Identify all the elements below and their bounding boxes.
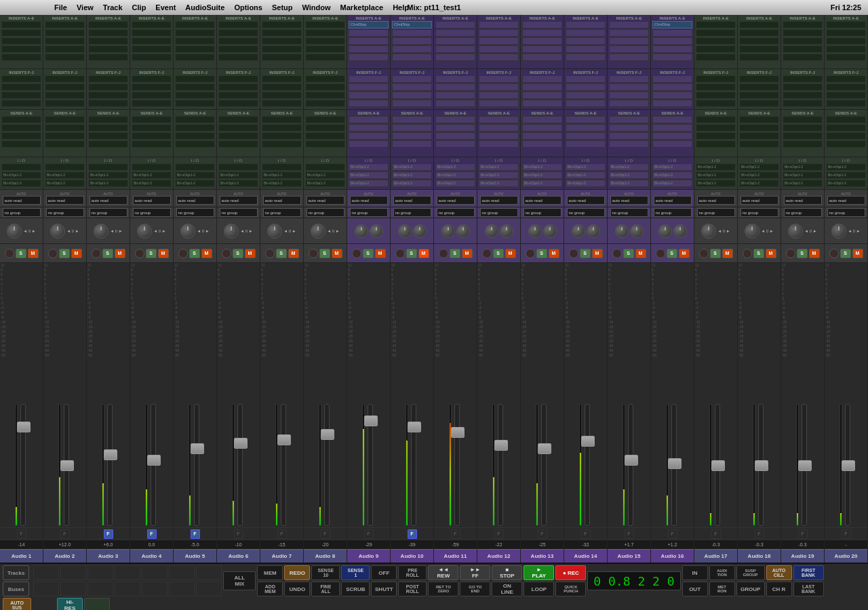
rec-arm-btn-15[interactable]	[612, 249, 622, 258]
insert-slot-ae-11-2[interactable]	[435, 37, 475, 45]
send-slot-ae-3-3[interactable]	[88, 140, 128, 148]
insert-slot-ae-9-0[interactable]: ChnlStrp	[349, 21, 389, 28]
io-slot-15-1[interactable]: Bit-nOtpt1-2	[609, 171, 649, 179]
rec-arm-btn-2[interactable]	[48, 249, 58, 258]
insert-slot-fj-10-2[interactable]	[392, 92, 432, 99]
send-slot-ae-20-0[interactable]	[826, 116, 866, 123]
auto-dropdown-13[interactable]: auto read	[524, 196, 561, 205]
ch-name-1[interactable]: Audio 1	[0, 549, 43, 563]
auto-dropdown-1[interactable]: auto read	[3, 196, 41, 205]
pan-knob-20[interactable]	[831, 224, 846, 239]
send-slot-ae-7-3[interactable]	[262, 140, 302, 148]
f-button-7[interactable]: F	[277, 529, 287, 539]
insert-slot-ae-7-2[interactable]	[262, 37, 302, 45]
send-slot-ae-12-1[interactable]	[479, 124, 519, 131]
insert-slot-ae-16-2[interactable]	[652, 37, 692, 45]
pan-knob-9-0[interactable]	[355, 224, 368, 238]
pan-knob-11-1[interactable]	[456, 224, 470, 238]
insert-slot-ae-5-0[interactable]	[175, 21, 215, 28]
insert-slot-ae-16-0[interactable]: ChnlStrp	[652, 21, 692, 28]
insert-slot-ae-2-2[interactable]	[45, 37, 85, 45]
pre-roll-btn[interactable]: PRE ROLL	[398, 565, 427, 580]
insert-slot-ae-8-0[interactable]	[305, 21, 345, 28]
f-button-12[interactable]: F	[494, 529, 504, 539]
auto-dropdown-4[interactable]: auto read	[133, 196, 171, 205]
insert-slot-fj-1-3[interactable]	[1, 100, 41, 107]
insert-slot-fj-8-0[interactable]	[305, 75, 345, 83]
insert-slot-ae-20-2[interactable]	[826, 37, 866, 45]
io-slot-14-1[interactable]: Bit-nOtpt1-2	[566, 171, 606, 179]
insert-slot-fj-3-3[interactable]	[88, 100, 128, 107]
insert-slot-ae-7-1[interactable]	[262, 29, 302, 37]
auto-dropdown-12[interactable]: auto read	[480, 196, 518, 205]
sense1-btn[interactable]: SENSE 1	[341, 565, 370, 580]
insert-slot-fj-8-1[interactable]	[305, 83, 345, 91]
io-slot-16-1[interactable]: Bit-nOtpt1-2	[652, 171, 692, 179]
send-slot-ae-10-1[interactable]	[392, 124, 432, 131]
io-slot-20-1[interactable]: Bit-nOtpt1-2	[826, 171, 866, 179]
rec-arm-btn-3[interactable]	[92, 249, 101, 258]
pan-knob-1[interactable]	[7, 224, 22, 239]
ch-name-4[interactable]: Audio 4	[130, 549, 173, 563]
insert-slot-ae-1-4[interactable]	[1, 54, 41, 61]
f-button-15[interactable]: F	[625, 529, 634, 539]
auto-cill-btn[interactable]: AUTO CILL	[766, 565, 792, 580]
rec-arm-btn-20[interactable]	[829, 249, 839, 258]
send-slot-ae-5-2[interactable]	[175, 132, 215, 140]
f-button-2[interactable]: F	[60, 529, 70, 539]
pan-knob-12-1[interactable]	[500, 224, 513, 238]
insert-slot-fj-5-0[interactable]	[175, 75, 215, 83]
insert-slot-fj-20-0[interactable]	[826, 75, 866, 83]
send-slot-ae-19-1[interactable]	[783, 124, 823, 131]
group-dropdown-10[interactable]: no group	[393, 208, 431, 217]
insert-slot-ae-2-1[interactable]	[45, 29, 85, 37]
insert-slot-fj-18-0[interactable]	[739, 75, 779, 83]
insert-slot-fj-17-0[interactable]	[696, 75, 736, 83]
io-slot-6-2[interactable]: Bit-nOtpt1-2	[218, 180, 258, 187]
solo-btn-2[interactable]: S	[59, 249, 70, 258]
rec-arm-btn-10[interactable]	[395, 249, 405, 258]
group-dropdown-20[interactable]: no group	[827, 208, 865, 217]
auto-dropdown-5[interactable]: auto read	[176, 196, 214, 205]
io-slot-12-1[interactable]: Bit-nOtpt1-2	[479, 171, 519, 179]
insert-slot-ae-19-3[interactable]	[783, 45, 823, 53]
in-btn[interactable]: IN	[682, 565, 708, 580]
loop-btn[interactable]: LOOP	[524, 582, 554, 596]
send-slot-ae-15-2[interactable]	[609, 132, 649, 140]
insert-slot-ae-18-0[interactable]	[739, 21, 779, 28]
insert-slot-ae-10-2[interactable]	[392, 37, 432, 45]
solo-btn-3[interactable]: S	[102, 249, 113, 258]
send-slot-ae-18-0[interactable]	[739, 116, 779, 123]
insert-slot-ae-18-4[interactable]	[739, 54, 779, 61]
insert-slot-fj-8-3[interactable]	[305, 100, 345, 107]
io-slot-4-0[interactable]	[132, 163, 172, 171]
insert-slot-ae-6-4[interactable]	[218, 54, 258, 61]
io-slot-14-0[interactable]: Bit-nOtpt1-2	[566, 163, 606, 171]
fader-handle-2[interactable]	[60, 460, 74, 471]
insert-slot-ae-14-0[interactable]	[566, 21, 606, 28]
send-slot-ae-2-2[interactable]	[45, 132, 85, 140]
solo-btn-16[interactable]: S	[667, 249, 677, 258]
insert-slot-fj-4-2[interactable]	[132, 92, 172, 99]
ch-name-2[interactable]: Audio 2	[43, 549, 86, 563]
io-slot-18-0[interactable]: Bit-nOtpt1-2	[739, 163, 779, 171]
solo-btn-15[interactable]: S	[623, 249, 634, 258]
fader-handle-19[interactable]	[798, 460, 812, 471]
pan-knob-17[interactable]	[701, 224, 716, 239]
send-slot-ae-6-0[interactable]	[218, 116, 258, 123]
send-slot-ae-14-3[interactable]	[566, 140, 606, 148]
insert-slot-ae-5-4[interactable]	[175, 54, 215, 61]
send-slot-ae-2-0[interactable]	[45, 116, 85, 123]
io-slot-19-1[interactable]: Bit-nOtpt1-2	[783, 171, 823, 179]
insert-slot-ae-17-0[interactable]	[696, 21, 736, 28]
extra1-btn[interactable]	[84, 598, 110, 610]
insert-slot-fj-17-1[interactable]	[696, 83, 736, 91]
auto-dropdown-2[interactable]: auto read	[46, 196, 84, 205]
susp-group-btn[interactable]: SUSP GROUP	[736, 565, 765, 580]
insert-slot-ae-19-4[interactable]	[783, 54, 823, 61]
insert-slot-ae-17-2[interactable]	[696, 37, 736, 45]
send-slot-ae-2-1[interactable]	[45, 124, 85, 131]
group-dropdown-8[interactable]: no group	[307, 208, 344, 217]
io-slot-6-0[interactable]	[218, 163, 258, 171]
insert-slot-fj-10-3[interactable]	[392, 100, 432, 107]
